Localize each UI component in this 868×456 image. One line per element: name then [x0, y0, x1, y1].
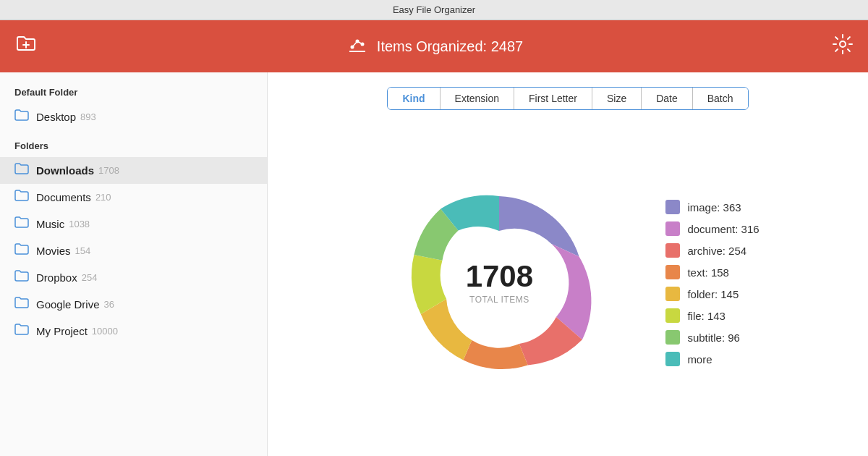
folder-icon-desktop — [14, 109, 29, 125]
my-project-folder-count: 10000 — [92, 326, 118, 337]
legend-item-document: document: 316 — [665, 221, 759, 236]
legend-color-subtitle — [665, 330, 680, 345]
content-area: Kind Extension First Letter Size Date Ba… — [268, 72, 868, 456]
title-bar: Easy File Organizer — [0, 0, 868, 20]
movies-folder-name: Movies — [36, 245, 71, 257]
legend-label-archive: archive: 254 — [687, 245, 746, 257]
legend-item-archive: archive: 254 — [665, 243, 759, 258]
tab-kind[interactable]: Kind — [388, 88, 440, 109]
legend-color-image — [665, 200, 680, 214]
legend-color-more — [665, 352, 680, 366]
legend-label-document: document: 316 — [687, 223, 759, 235]
legend-item-more: more — [665, 352, 759, 366]
folder-icon-dropbox — [14, 269, 29, 286]
google-drive-folder-count: 36 — [104, 299, 114, 310]
settings-icon[interactable] — [832, 33, 854, 60]
sidebar-item-downloads[interactable]: Downloads 1708 — [0, 157, 267, 184]
tab-extension[interactable]: Extension — [441, 88, 514, 109]
folder-icon-movies — [14, 242, 29, 259]
sidebar-item-dropbox[interactable]: Dropbox 254 — [0, 264, 267, 291]
header: Items Organized: 2487 — [0, 20, 868, 72]
desktop-folder-count: 893 — [80, 111, 96, 122]
legend-item-folder: folder: 145 — [665, 287, 759, 301]
legend-label-folder: folder: 145 — [687, 288, 739, 300]
sidebar-item-my-project[interactable]: My Project 10000 — [0, 318, 267, 345]
desktop-folder-name: Desktop — [36, 111, 76, 123]
legend-color-text — [665, 265, 680, 279]
legend: image: 363 document: 316 archive: 254 te… — [665, 200, 759, 366]
title-bar-label: Easy File Organizer — [393, 4, 475, 15]
legend-color-folder — [665, 287, 680, 301]
chart-area: 1708 TOTAL ITEMS image: 363 document: 31… — [376, 124, 759, 442]
legend-label-file: file: 143 — [687, 310, 726, 322]
folder-icon-documents — [14, 189, 29, 206]
header-chart-icon — [346, 34, 368, 59]
sidebar-item-google-drive[interactable]: Google Drive 36 — [0, 291, 267, 318]
legend-label-text: text: 158 — [687, 266, 729, 279]
donut-chart: 1708 TOTAL ITEMS — [376, 160, 622, 406]
downloads-folder-count: 1708 — [98, 165, 119, 176]
sidebar-item-documents[interactable]: Documents 210 — [0, 184, 267, 211]
svg-point-6 — [840, 41, 846, 47]
legend-item-image: image: 363 — [665, 200, 759, 214]
items-organized-label: Items Organized: 2487 — [377, 38, 523, 55]
folder-icon-my-project — [14, 323, 29, 339]
legend-item-file: file: 143 — [665, 308, 759, 323]
legend-label-image: image: 363 — [687, 201, 741, 214]
documents-folder-count: 210 — [95, 192, 111, 203]
legend-color-archive — [665, 243, 680, 258]
downloads-folder-name: Downloads — [36, 164, 94, 177]
tab-bar: Kind Extension First Letter Size Date Ba… — [387, 87, 748, 110]
folder-icon-music — [14, 216, 29, 232]
google-drive-folder-name: Google Drive — [36, 298, 100, 311]
legend-item-subtitle: subtitle: 96 — [665, 330, 759, 345]
main: Default Folder Desktop 893 Folders Downl… — [0, 72, 868, 456]
sidebar-item-desktop[interactable]: Desktop 893 — [0, 104, 267, 130]
folders-label: Folders — [0, 140, 267, 151]
tab-batch[interactable]: Batch — [693, 88, 748, 109]
sidebar-item-music[interactable]: Music 1038 — [0, 211, 267, 237]
movies-folder-count: 154 — [75, 245, 91, 256]
default-folder-label: Default Folder — [0, 87, 267, 98]
folder-icon-downloads — [14, 162, 29, 179]
tab-size[interactable]: Size — [592, 88, 642, 109]
legend-item-text: text: 158 — [665, 265, 759, 279]
documents-folder-name: Documents — [36, 191, 91, 203]
music-folder-count: 1038 — [69, 219, 90, 229]
sidebar-item-movies[interactable]: Movies 154 — [0, 237, 267, 264]
legend-color-file — [665, 308, 680, 323]
music-folder-name: Music — [36, 218, 64, 230]
legend-label-more: more — [687, 353, 712, 366]
svg-point-7 — [447, 231, 551, 335]
tab-first-letter[interactable]: First Letter — [514, 88, 592, 109]
dropbox-folder-name: Dropbox — [36, 271, 77, 284]
folder-icon-google-drive — [14, 296, 29, 313]
add-folder-icon[interactable] — [14, 33, 38, 61]
header-center: Items Organized: 2487 — [346, 34, 523, 59]
my-project-folder-name: My Project — [36, 325, 88, 337]
legend-color-document — [665, 221, 680, 236]
tab-date[interactable]: Date — [642, 88, 693, 109]
dropbox-folder-count: 254 — [82, 272, 98, 283]
sidebar: Default Folder Desktop 893 Folders Downl… — [0, 72, 268, 456]
legend-label-subtitle: subtitle: 96 — [687, 332, 740, 344]
